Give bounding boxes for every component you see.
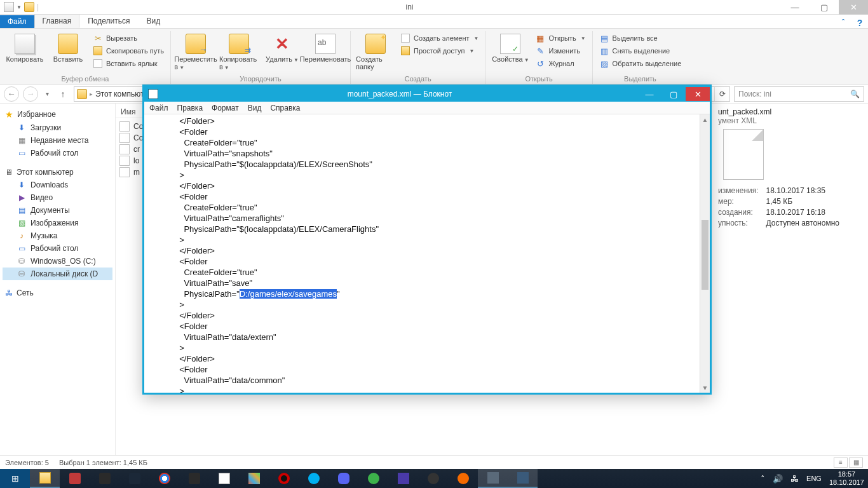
history-button[interactable]: ↺Журнал <box>534 58 587 69</box>
taskbar-steam[interactable] <box>119 469 149 488</box>
properties-button[interactable]: Свойства▼ <box>491 32 530 63</box>
scrollbar-thumb[interactable] <box>702 220 709 290</box>
newitem-button[interactable]: Создать элемент▼ <box>399 32 480 44</box>
menu-file[interactable]: Файл <box>149 104 168 112</box>
open-button[interactable]: ▦Открыть▼ <box>534 32 587 44</box>
taskbar-app[interactable] <box>448 469 478 488</box>
notepad-scrollbar[interactable]: ▲ ▼ <box>700 114 710 393</box>
taskbar-app[interactable] <box>239 469 269 488</box>
paste-button[interactable]: Вставить <box>48 32 88 63</box>
taskbar-notepad[interactable] <box>508 469 538 488</box>
selectnone-button[interactable]: ▥Снять выделение <box>598 45 683 57</box>
taskbar-app[interactable] <box>269 469 299 488</box>
edit-button[interactable]: ✎Изменить <box>534 45 587 57</box>
minimize-button[interactable]: — <box>780 0 810 15</box>
nav-docs[interactable]: ▤Документы <box>3 204 112 217</box>
copyto-button[interactable]: Копировать в▼ <box>219 32 259 71</box>
nav-images-label: Изображения <box>31 219 78 227</box>
nav-ddrive[interactable]: ⛁Локальный диск (D <box>3 268 112 280</box>
selectinvert-button[interactable]: ▨Обратить выделение <box>598 58 683 69</box>
clock[interactable]: 18:57 18.10.2017 <box>829 470 864 487</box>
taskbar-app[interactable] <box>90 469 119 488</box>
history-dropdown-icon[interactable]: ▾ <box>42 90 52 97</box>
taskbar-app[interactable] <box>179 469 209 488</box>
refresh-icon[interactable]: ⟳ <box>714 87 729 101</box>
taskbar-utorrent[interactable] <box>358 469 388 488</box>
navigation-pane[interactable]: ★Избранное ⬇Загрузки ▦Недавние места ▭Ра… <box>0 104 116 455</box>
newfolder-button[interactable]: Создать папку <box>356 32 395 71</box>
scrollbar-track[interactable] <box>700 125 710 383</box>
volume-icon[interactable]: 🔊 <box>773 474 783 484</box>
taskbar-app[interactable] <box>388 469 418 488</box>
back-button[interactable]: ← <box>4 86 19 102</box>
edit-icon: ✎ <box>535 46 545 56</box>
chrome-icon <box>159 473 170 484</box>
nav-downloads[interactable]: ⬇Загрузки <box>3 121 112 134</box>
copypath-button[interactable]: Скопировать путь <box>92 45 165 57</box>
taskbar-chrome[interactable] <box>149 469 179 488</box>
nav-desktop2[interactable]: ▭Рабочий стол <box>3 242 112 255</box>
nav-cdrive[interactable]: ⛁Windows8_OS (C:) <box>3 255 112 268</box>
easyaccess-button[interactable]: Простой доступ▼ <box>399 45 480 57</box>
moveto-button[interactable]: Переместить в▼ <box>176 32 215 71</box>
taskbar-explorer[interactable] <box>30 469 60 488</box>
nav-video[interactable]: ▶Видео <box>3 191 112 204</box>
notepad-titlebar[interactable]: mount_packed.xml — Блокнот — ▢ ✕ <box>144 86 710 102</box>
tab-file[interactable]: Файл <box>0 15 34 28</box>
nav-recent[interactable]: ▦Недавние места <box>3 134 112 147</box>
nav-thispc[interactable]: 🖥Этот компьютер <box>3 166 112 179</box>
taskbar-skype[interactable] <box>299 469 329 488</box>
app-icon <box>428 473 439 484</box>
notepad-close-button[interactable]: ✕ <box>686 87 710 101</box>
taskbar-app[interactable] <box>60 469 90 488</box>
rename-button[interactable]: Переименовать <box>306 32 345 63</box>
nav-music[interactable]: ♪Музыка <box>3 229 112 242</box>
copy-button[interactable]: Копировать <box>5 32 44 63</box>
taskbar-paint[interactable] <box>209 469 239 488</box>
view-details-button[interactable]: ≡ <box>834 458 848 468</box>
up-button[interactable]: ↑ <box>56 89 70 99</box>
delete-button[interactable]: ✕ Удалить▼ <box>262 32 302 63</box>
selectnone-label: Снять выделение <box>613 47 670 55</box>
qat-file-icon[interactable] <box>4 2 14 12</box>
taskbar-app[interactable] <box>478 469 508 488</box>
ribbon-collapse-icon[interactable]: ˆ <box>835 18 851 28</box>
menu-edit[interactable]: Правка <box>177 104 203 112</box>
taskbar-discord[interactable] <box>329 469 358 488</box>
tab-home[interactable]: Главная <box>34 14 80 28</box>
notepad-maximize-button[interactable]: ▢ <box>661 87 686 101</box>
close-button[interactable]: ✕ <box>839 0 868 15</box>
chevron-down-icon: ▼ <box>581 36 586 41</box>
forward-button[interactable]: → <box>23 86 38 102</box>
notepad-icon <box>517 472 529 484</box>
scroll-up-icon[interactable]: ▲ <box>700 114 710 125</box>
taskbar-app[interactable] <box>418 469 448 488</box>
scroll-down-icon[interactable]: ▼ <box>700 383 710 393</box>
start-button[interactable]: ⊞ <box>0 469 30 488</box>
selectall-button[interactable]: ▤Выделить все <box>598 32 683 44</box>
menu-help[interactable]: Справка <box>270 104 300 112</box>
tab-view[interactable]: Вид <box>138 14 168 28</box>
menu-view[interactable]: Вид <box>248 104 262 112</box>
tab-share[interactable]: Поделиться <box>79 14 138 28</box>
network-icon[interactable]: 🖧 <box>790 474 799 484</box>
maximize-button[interactable]: ▢ <box>810 0 839 15</box>
help-icon[interactable]: ? <box>851 18 868 28</box>
notepad-minimize-button[interactable]: — <box>637 87 661 101</box>
nav-network[interactable]: 🖧Сеть <box>3 287 112 299</box>
search-input[interactable]: Поиск: ini 🔍 <box>734 86 864 102</box>
nav-desktop[interactable]: ▭Рабочий стол <box>3 147 112 159</box>
pastelink-button[interactable]: Вставить ярлык <box>92 58 165 69</box>
qat-dropdown-icon[interactable]: ▼ <box>17 4 22 10</box>
notepad-text-area[interactable]: </Folder> <Folder CreateFolder="true" Vi… <box>144 114 700 393</box>
qat-folder-icon[interactable] <box>24 2 34 12</box>
menu-format[interactable]: Формат <box>212 104 239 112</box>
cut-button[interactable]: ✂Вырезать <box>92 32 165 44</box>
images-icon: ▧ <box>17 218 27 228</box>
language-indicator[interactable]: ENG <box>806 475 822 482</box>
nav-favorites[interactable]: ★Избранное <box>3 107 112 121</box>
nav-downloads2[interactable]: ⬇Downloads <box>3 179 112 191</box>
view-icons-button[interactable]: ▦ <box>849 458 863 468</box>
tray-expand-icon[interactable]: ˄ <box>761 474 765 484</box>
nav-images[interactable]: ▧Изображения <box>3 217 112 229</box>
